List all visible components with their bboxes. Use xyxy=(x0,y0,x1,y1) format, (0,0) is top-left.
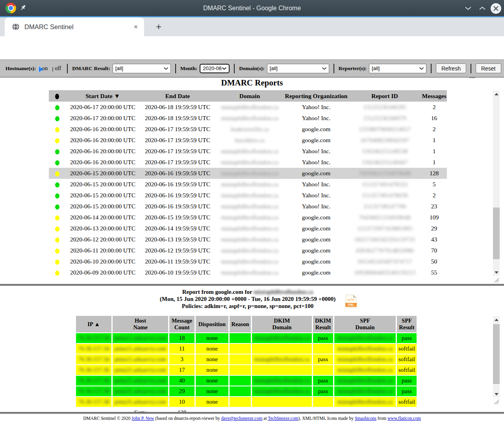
dmarc-result-select[interactable]: [all] xyxy=(113,64,171,73)
messages-cell: 23 xyxy=(421,201,447,212)
redacted-domain: miataphilbroflondon.ca xyxy=(221,214,278,221)
report-row[interactable]: 2020-06-09 20:00:00 UTC2020-06-10 19:59:… xyxy=(49,267,447,278)
host-cell: pmta11.arksavvy.com xyxy=(113,344,168,354)
month-select[interactable]: 2020-06 xyxy=(200,64,230,73)
report-row[interactable]: 2020-06-11 20:00:00 UTC2020-06-12 19:59:… xyxy=(49,245,447,256)
start-date-cell: 2020-06-16 20:00:00 UTC xyxy=(65,146,140,157)
refresh-button[interactable]: Refresh xyxy=(436,63,466,73)
reports-scrollbar[interactable] xyxy=(493,91,500,276)
report-row[interactable]: 2020-06-16 20:00:00 UTC2020-06-17 19:59:… xyxy=(49,124,447,135)
spf-result-cell: softfail xyxy=(397,354,417,364)
detail-row: 76.30.157.36pmta21.arksavvy.com17nonemia… xyxy=(76,365,417,375)
detail-column-header[interactable]: Disposition xyxy=(196,316,228,332)
dkim-domain-cell: miataphilbroflondon.ca xyxy=(252,354,312,364)
hostname-off-label[interactable]: off xyxy=(55,65,61,72)
reports-column-header[interactable]: Start Date ▼ xyxy=(65,90,140,102)
detail-column-header[interactable]: SPF Result xyxy=(397,316,417,332)
report-row[interactable]: 2020-06-10 20:00:00 UTC2020-06-11 19:59:… xyxy=(49,256,447,267)
window-close-button[interactable] xyxy=(491,3,501,14)
messages-cell: 29 xyxy=(421,223,447,234)
reports-column-header[interactable]: Domain xyxy=(215,90,284,102)
reason-cell xyxy=(230,354,251,364)
detail-column-header[interactable]: Host Name xyxy=(113,316,168,332)
window-maximize-button[interactable] xyxy=(477,3,487,13)
scrollbar-thumb[interactable] xyxy=(493,208,500,259)
status-cell xyxy=(49,256,65,267)
footer-text: DMARC Sentinel © 2020 xyxy=(83,416,132,421)
spf-domain-cell: miataphilbroflondon.ca xyxy=(334,333,396,343)
reset-button[interactable]: Reset xyxy=(476,63,501,73)
report-row[interactable]: 2020-06-16 20:00:00 UTC2020-06-17 19:59:… xyxy=(49,135,447,146)
report-row[interactable]: 2020-06-17 20:00:00 UTC2020-06-18 19:59:… xyxy=(49,113,447,124)
scroll-down-icon[interactable] xyxy=(493,269,500,276)
footer-link[interactable]: www.flaticon.com xyxy=(387,416,421,421)
chevron-down-icon xyxy=(163,67,169,70)
start-date-cell: 2020-06-16 20:00:00 UTC xyxy=(65,135,140,146)
tab-bar: DMARC Sentinel × + xyxy=(0,17,504,36)
detail-heading-policies: Policies: adkim=r, aspf=r, p=none, sp=no… xyxy=(76,302,419,310)
window-minimize-button[interactable] xyxy=(463,3,473,13)
scrollbar-thumb[interactable] xyxy=(493,324,500,384)
start-date-cell: 2020-06-10 20:00:00 UTC xyxy=(65,256,140,267)
spf-domain-cell: miataphilbroflondon.ca xyxy=(334,386,396,396)
xml-download-icon[interactable]: </> XML xyxy=(346,295,356,308)
reports-column-header[interactable]: Reporting Organization xyxy=(284,90,348,102)
report-row[interactable]: 2020-06-17 20:00:00 UTC2020-06-18 19:59:… xyxy=(49,102,447,113)
scroll-up-icon[interactable] xyxy=(493,91,500,97)
report-row[interactable]: 2020-06-15 20:00:00 UTC2020-06-16 19:59:… xyxy=(49,179,447,190)
redacted-report-id: 13125236346079 xyxy=(363,115,406,121)
footer-link[interactable]: dave@techsneeze.com xyxy=(221,416,263,421)
footer-link[interactable]: TechSneeze.com xyxy=(268,416,298,421)
reports-column-header[interactable]: Report ID xyxy=(348,90,421,102)
report-row[interactable]: 2020-06-15 20:00:00 UTC2020-06-16 19:59:… xyxy=(49,190,447,201)
redacted-report-id: 70436821334939648 xyxy=(359,214,411,221)
status-cell xyxy=(49,212,65,223)
new-tab-button[interactable]: + xyxy=(153,21,165,33)
redacted-text: miataphilbroflondon.ca xyxy=(254,356,309,362)
reports-column-header[interactable]: End Date xyxy=(140,90,215,102)
redacted-report-id: 13125236346595 xyxy=(363,104,406,110)
reports-column-header[interactable]: Messages xyxy=(421,90,447,102)
detail-column-header[interactable]: SPF Domain xyxy=(334,316,396,332)
report-row[interactable]: 2020-06-15 20:00:00 UTC2020-06-16 19:59:… xyxy=(49,201,447,212)
report-row[interactable]: 2020-06-16 20:00:00 UTC2020-06-17 19:59:… xyxy=(49,146,447,157)
report-row[interactable]: 2020-06-14 20:00:00 UTC2020-06-15 19:59:… xyxy=(49,212,447,223)
reporter-select[interactable]: [all] xyxy=(369,64,426,73)
resize-grip-icon[interactable] xyxy=(493,398,500,406)
dkim-result-cell: pass xyxy=(313,333,333,343)
footer-link[interactable]: John P. New xyxy=(132,416,154,421)
dkim-result-cell xyxy=(313,397,333,407)
status-dot-icon xyxy=(55,160,59,165)
report-row[interactable]: 2020-06-16 20:00:00 UTC2020-06-17 19:59:… xyxy=(49,157,447,168)
redacted-text: 76.30.157.36 xyxy=(78,367,109,373)
detail-column-header[interactable]: Message Count xyxy=(169,316,195,332)
scroll-up-icon[interactable] xyxy=(493,316,500,323)
report-row[interactable]: 2020-06-15 20:00:00 UTC2020-06-16 19:59:… xyxy=(49,168,447,179)
tab-dmarc-sentinel[interactable]: DMARC Sentinel × xyxy=(5,17,144,36)
detail-scrollbar[interactable] xyxy=(493,316,500,397)
hostname-on-radio[interactable] xyxy=(39,67,41,72)
hostname-off-radio[interactable] xyxy=(52,67,53,72)
resize-grip-icon[interactable] xyxy=(493,276,500,284)
empty-cell xyxy=(397,408,417,412)
redacted-report-id: 151357491478039 xyxy=(362,192,408,199)
sum-value-cell: 128 xyxy=(169,408,195,412)
hostname-on-label[interactable]: on xyxy=(42,65,48,72)
detail-column-header[interactable]: DKIM Domain xyxy=(252,316,312,332)
redacted-domain: haroldres.ca xyxy=(235,137,264,143)
reports-column-header[interactable] xyxy=(49,90,65,102)
report-row[interactable]: 2020-06-13 20:00:00 UTC2020-06-14 19:59:… xyxy=(49,223,447,234)
footer-link[interactable]: Smashicons xyxy=(355,416,376,421)
detail-column-header[interactable]: Reason xyxy=(230,316,251,332)
tab-close-icon[interactable]: × xyxy=(132,23,139,31)
domain-select[interactable]: [all] xyxy=(267,64,329,73)
detail-column-header[interactable]: DKIM Result xyxy=(313,316,333,332)
status-dot-icon xyxy=(55,215,59,221)
org-cell: google.com xyxy=(284,135,348,146)
scroll-down-icon[interactable] xyxy=(493,391,500,397)
report-detail-frame: Report from google.com for miataphilbrof… xyxy=(0,286,504,412)
end-date-cell: 2020-06-16 19:59:59 UTC xyxy=(140,168,215,179)
detail-column-header[interactable]: IP ▲ xyxy=(76,316,111,332)
redacted-domain: miataphilbroflondon.ca xyxy=(221,247,278,254)
report-row[interactable]: 2020-06-12 20:00:00 UTC2020-06-13 19:59:… xyxy=(49,234,447,245)
